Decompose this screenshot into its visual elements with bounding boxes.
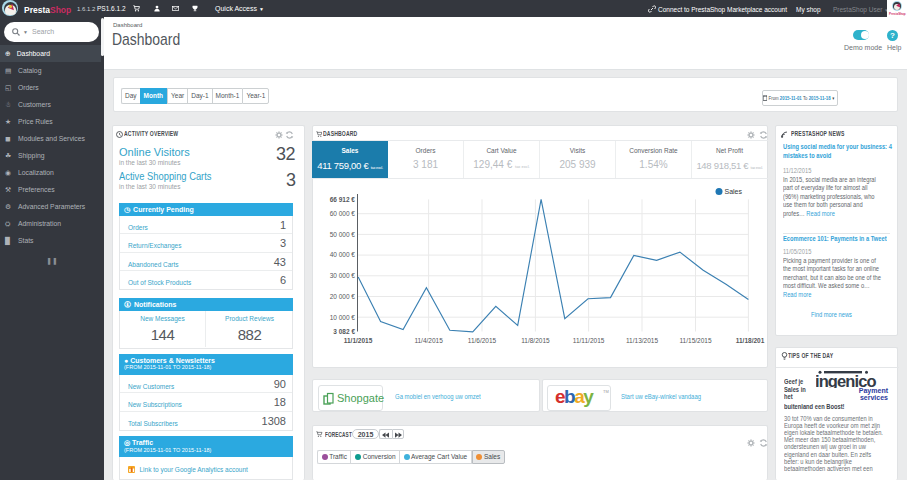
svg-text:11/11/2015: 11/11/2015 — [573, 337, 605, 344]
svg-text:40 000 €: 40 000 € — [330, 251, 356, 258]
svg-text:30 000 €: 30 000 € — [330, 272, 356, 279]
svg-text:11/1/2015: 11/1/2015 — [344, 337, 373, 344]
svg-text:11/13/2015: 11/13/2015 — [626, 337, 658, 344]
svg-text:60 000 €: 60 000 € — [330, 210, 356, 217]
svg-text:10 000 €: 10 000 € — [330, 314, 356, 321]
svg-text:66 912 €: 66 912 € — [330, 196, 356, 203]
svg-text:20 000 €: 20 000 € — [330, 293, 356, 300]
svg-text:Sales: Sales — [725, 188, 743, 195]
svg-text:11/15/2015: 11/15/2015 — [679, 337, 711, 344]
svg-text:11/18/201: 11/18/201 — [736, 337, 765, 344]
svg-text:11/8/2015: 11/8/2015 — [521, 337, 550, 344]
svg-text:11/6/2015: 11/6/2015 — [468, 337, 497, 344]
svg-text:50 000 €: 50 000 € — [330, 231, 356, 238]
svg-text:ingenico: ingenico — [816, 372, 876, 389]
svg-text:3 082 €: 3 082 € — [333, 328, 355, 335]
svg-text:11/4/2015: 11/4/2015 — [414, 337, 443, 344]
